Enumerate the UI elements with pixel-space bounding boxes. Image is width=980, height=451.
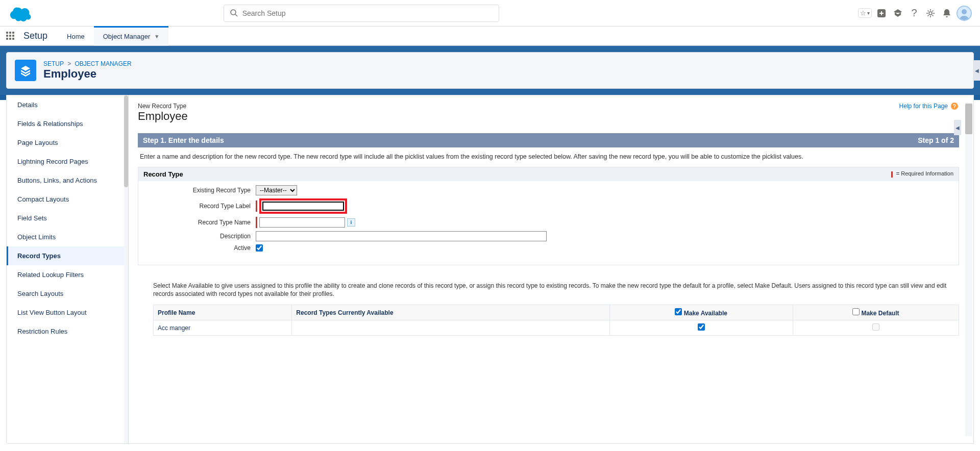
sidebar-item-fields[interactable]: Fields & Relationships: [7, 114, 128, 133]
cell-available: [292, 320, 609, 336]
step-header: Step 1. Enter the details Step 1 of 2: [138, 133, 959, 147]
sidebar-item-restriction-rules[interactable]: Restriction Rules: [7, 322, 128, 341]
sidebar-item-field-sets[interactable]: Field Sets: [7, 209, 128, 228]
record-title: Employee: [138, 110, 971, 123]
record-subtitle: New Record Type: [138, 103, 971, 110]
notifications-icon[interactable]: [940, 7, 953, 20]
user-avatar[interactable]: [957, 6, 972, 21]
svg-point-0: [231, 10, 236, 15]
make-available-all-checkbox[interactable]: [675, 308, 682, 315]
app-name: Setup: [20, 31, 58, 41]
cell-make-default: [793, 320, 959, 336]
sidebar-scrollbar[interactable]: [124, 95, 128, 443]
th-make-default-label: Make Default: [861, 310, 899, 317]
record-type-label-input[interactable]: [262, 202, 344, 211]
header-utility-icons: ☆ ▾ ?: [858, 6, 976, 21]
chevron-down-icon[interactable]: ▼: [154, 34, 159, 39]
sidebar-item-label: Record Types: [17, 252, 61, 260]
main-scrollbar[interactable]: [965, 103, 972, 436]
sidebar-item-label: Details: [17, 101, 38, 109]
sidebar: Details Fields & Relationships Page Layo…: [6, 95, 129, 444]
th-currently-available: Record Types Currently Available: [292, 305, 609, 320]
sidebar-item-lookup-filters[interactable]: Related Lookup Filters: [7, 265, 128, 284]
tab-home[interactable]: Home: [58, 26, 94, 45]
table-header-row: Profile Name Record Types Currently Avai…: [154, 305, 959, 320]
sidebar-item-label: Related Lookup Filters: [17, 271, 84, 279]
help-for-page-link[interactable]: Help for this Page ?: [899, 103, 958, 110]
existing-record-type-select[interactable]: --Master--: [256, 185, 297, 195]
th-make-available-label: Make Available: [684, 310, 727, 317]
table-row: Acc manger: [154, 320, 959, 336]
object-icon: [15, 60, 36, 81]
th-make-default: Make Default: [793, 305, 959, 320]
row-record-type-label: Record Type Label: [143, 198, 953, 214]
sidebar-item-details[interactable]: Details: [7, 95, 128, 114]
favorites-button[interactable]: ☆ ▾: [858, 8, 872, 18]
sidebar-item-compact-layouts[interactable]: Compact Layouts: [7, 190, 128, 209]
row-active: Active: [143, 244, 953, 252]
record-type-name-input[interactable]: [259, 217, 345, 228]
sidebar-item-buttons[interactable]: Buttons, Links, and Actions: [7, 171, 128, 190]
help-icon[interactable]: ?: [908, 7, 921, 20]
sidebar-item-label: Buttons, Links, and Actions: [17, 177, 97, 184]
breadcrumb-setup[interactable]: SETUP: [43, 60, 64, 67]
page-header-text: SETUP > OBJECT MANAGER Employee: [43, 60, 132, 81]
required-info-text: = Required Information: [896, 170, 953, 177]
collapse-panel-icon[interactable]: ◀: [954, 120, 961, 135]
sidebar-item-label: Search Layouts: [17, 290, 63, 297]
rt-name-label: Record Type Name: [143, 219, 256, 226]
description-label: Description: [143, 233, 256, 240]
nav-bar: Setup Home Object Manager ▼: [0, 27, 980, 46]
rt-section-title: Record Type: [143, 170, 183, 178]
sidebar-item-label: List View Button Layout: [17, 309, 87, 316]
active-checkbox[interactable]: [256, 244, 263, 252]
star-icon: ☆: [860, 9, 866, 17]
row-make-available-checkbox[interactable]: [698, 323, 705, 331]
make-default-all-checkbox[interactable]: [852, 308, 860, 315]
step-indicator: Step 1 of 2: [918, 136, 954, 144]
profile-description: Select Make Available to give users assi…: [153, 282, 959, 299]
svg-point-5: [962, 9, 967, 14]
info-icon[interactable]: i: [347, 218, 355, 227]
sidebar-item-label: Field Sets: [17, 214, 47, 222]
highlight-box: [259, 198, 347, 214]
page-header: SETUP > OBJECT MANAGER Employee: [6, 52, 974, 89]
th-make-available: Make Available: [609, 305, 793, 320]
sidebar-item-record-types[interactable]: Record Types: [7, 246, 128, 265]
salesforce-help-icon[interactable]: [891, 7, 904, 20]
cell-make-available: [609, 320, 793, 336]
sidebar-item-label: Lightning Record Pages: [17, 158, 88, 165]
sidebar-item-label: Object Limits: [17, 233, 56, 241]
salesforce-logo[interactable]: [7, 4, 34, 22]
sidebar-item-search-layouts[interactable]: Search Layouts: [7, 284, 128, 303]
rt-label-label: Record Type Label: [143, 203, 256, 210]
sidebar-item-list-view-button[interactable]: List View Button Layout: [7, 303, 128, 322]
main-panel: New Record Type Employee Help for this P…: [129, 95, 974, 444]
description-input[interactable]: [256, 231, 547, 241]
breadcrumb-object-manager[interactable]: OBJECT MANAGER: [75, 60, 132, 67]
sidebar-item-page-layouts[interactable]: Page Layouts: [7, 133, 128, 152]
help-icon: ?: [951, 103, 958, 110]
existing-rt-label: Existing Record Type: [143, 187, 256, 194]
tab-object-manager[interactable]: Object Manager ▼: [94, 26, 168, 45]
app-launcher-icon[interactable]: [0, 32, 20, 40]
record-type-section: Record Type = Required Information Exist…: [138, 167, 959, 265]
global-search: [224, 5, 499, 22]
add-icon[interactable]: [875, 7, 888, 20]
content: Details Fields & Relationships Page Layo…: [0, 95, 980, 450]
svg-point-3: [929, 12, 932, 15]
required-info-legend: = Required Information: [891, 170, 953, 177]
required-indicator: [256, 201, 257, 212]
sidebar-item-lightning-pages[interactable]: Lightning Record Pages: [7, 152, 128, 171]
th-profile-name: Profile Name: [154, 305, 292, 320]
expand-panel-icon[interactable]: ◀: [974, 60, 980, 81]
sidebar-item-object-limits[interactable]: Object Limits: [7, 228, 128, 246]
setup-gear-icon[interactable]: [924, 7, 937, 20]
record-type-form: Existing Record Type --Master-- Record T…: [138, 181, 959, 265]
search-input[interactable]: [224, 5, 499, 22]
active-label: Active: [143, 244, 256, 252]
sidebar-item-label: Compact Layouts: [17, 195, 69, 203]
svg-line-1: [235, 14, 237, 16]
row-make-default-checkbox[interactable]: [872, 323, 879, 331]
step-title: Step 1. Enter the details: [143, 136, 224, 144]
